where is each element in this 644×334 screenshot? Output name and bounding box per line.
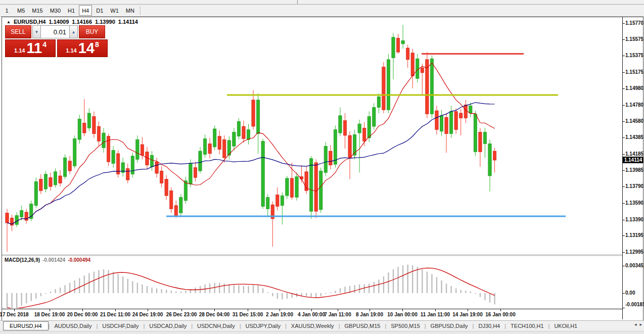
price-tick — [623, 137, 625, 138]
lot-size-input[interactable] — [41, 25, 69, 38]
price-tick-label: 1.13195 — [625, 232, 643, 238]
price-tick-label: 1.14185 — [625, 151, 643, 157]
chart-window: ▲ EURUSD,H4 1.14009 1.14166 1.13990 1.14… — [2, 17, 643, 321]
price-tick-label: 1.13790 — [625, 183, 643, 189]
sell-price-big: 11 — [26, 41, 42, 56]
sell-quote-box[interactable]: 1.14 11 4 — [5, 39, 56, 57]
macd-main-value: -0.001424 — [42, 257, 65, 263]
chart-tab-audusd-daily[interactable]: AUDUSD,Daily — [50, 322, 96, 330]
macd-tick — [623, 293, 625, 294]
price-tick — [623, 170, 625, 171]
time-tick — [148, 309, 148, 311]
chart-ohlc-header: ▲ EURUSD,H4 1.14009 1.14166 1.13990 1.14… — [7, 19, 138, 25]
chart-tab-ukoil-h1[interactable]: UKOil,H1 — [549, 322, 582, 330]
macd-tick-label: 0.003452 — [625, 263, 644, 268]
chart-tab-usdchf-daily[interactable]: USDCHF,Daily — [98, 322, 143, 330]
time-tick — [14, 309, 15, 311]
macd-chart — [2, 256, 622, 308]
chart-symbol-label: EURUSD,H4 — [14, 19, 46, 25]
tab-scroll-arrows: ◂ ▸ — [634, 322, 642, 327]
price-tick-label: 1.13590 — [625, 200, 643, 206]
buy-quote-box[interactable]: 1.14 14 8 — [57, 39, 108, 57]
tab-scroll-right-icon[interactable]: ▸ — [639, 322, 642, 327]
lot-increase-button[interactable]: ▲ — [69, 25, 78, 38]
time-tick-label: 16 Jan 00:00 — [478, 312, 523, 317]
timeframe-toolbar: 1M5M15M30H1H4D1W1MN — [0, 5, 644, 17]
buy-price-prefix: 1.14 — [66, 47, 76, 54]
ohlc-close: 1.14114 — [118, 19, 138, 25]
price-tick — [623, 220, 625, 220]
macd-tick-label: -0.001851 — [625, 302, 644, 307]
time-tick — [435, 309, 436, 311]
macd-panel: MACD(12,26,9)-0.001424-0.000494 — [2, 256, 622, 309]
time-tick — [468, 309, 468, 311]
sell-price-pip: 4 — [42, 40, 47, 49]
price-tick-label: 1.14385 — [625, 134, 643, 140]
chart-tab-usdcad-daily[interactable]: USDCAD,Daily — [145, 322, 191, 330]
macd-signal-value: -0.000494 — [68, 257, 90, 263]
timeframe-button-h4[interactable]: H4 — [79, 5, 92, 16]
price-tick-label: 1.15175 — [625, 69, 643, 75]
toolbar-divider — [297, 0, 298, 4]
timeframe-button-d1[interactable]: D1 — [93, 5, 106, 16]
price-tick — [623, 235, 625, 236]
price-tick-label: 1.14780 — [625, 102, 643, 108]
time-tick — [214, 309, 215, 311]
time-axis: 17 Dec 201818 Dec 19:0020 Dec 00:0021 De… — [2, 309, 622, 319]
chart-expand-icon[interactable]: ▲ — [7, 20, 11, 24]
macd-name: MACD(12,26,9) — [5, 257, 40, 263]
price-tick — [623, 72, 625, 73]
price-tick — [623, 186, 625, 187]
price-tick — [623, 252, 625, 253]
chart-tab-xauusd-weekly[interactable]: XAUUSD,Weekly — [287, 322, 339, 330]
timeframe-button-m5[interactable]: M5 — [14, 5, 28, 16]
spin-up-icon: ▲ — [72, 30, 76, 34]
sell-button[interactable]: SELL — [5, 25, 31, 38]
tab-scroll-left-icon[interactable]: ◂ — [634, 322, 637, 327]
chart-tab-gbpusd-daily[interactable]: GBPUSD,Daily — [426, 322, 473, 330]
time-tick — [82, 309, 83, 311]
price-tick-label: 1.14580 — [625, 118, 643, 124]
buy-button[interactable]: BUY — [79, 25, 105, 38]
lot-decrease-button[interactable]: ▼ — [32, 25, 41, 38]
trade-quotes-row: 1.14 11 4 1.14 14 8 — [5, 39, 109, 57]
macd-tick — [623, 308, 625, 308]
chart-tab-usdjpy-daily[interactable]: USDJPY,Daily — [241, 322, 286, 330]
buy-price-pip: 8 — [95, 40, 99, 49]
chart-tab-eurusd-h4[interactable]: EURUSD,H4 — [3, 321, 49, 330]
chart-tab-sp500-m15[interactable]: SP500,M15 — [386, 322, 424, 330]
status-bar — [0, 331, 644, 334]
timeframe-button-h1[interactable]: H1 — [65, 5, 78, 16]
sell-price-prefix: 1.14 — [14, 47, 25, 54]
price-tick-label: 1.12995 — [625, 249, 643, 255]
one-click-trade-panel: SELL ▼ ▲ BUY 1.14 11 4 1.14 14 8 — [5, 25, 109, 57]
time-tick — [311, 309, 312, 311]
macd-tick — [623, 266, 625, 266]
price-tick — [623, 121, 625, 122]
timeframe-button-m1[interactable]: 1 — [1, 5, 13, 16]
chart-tab-gbpusd-m15[interactable]: GBPUSD,M15 — [340, 322, 385, 330]
timeframe-button-m30[interactable]: M30 — [47, 5, 64, 16]
price-tick — [623, 88, 625, 89]
top-toolbar-strip — [0, 0, 644, 5]
timeframe-button-w1[interactable]: W1 — [107, 5, 122, 16]
chart-tab-dj30-h4[interactable]: DJ30,H4 — [474, 322, 504, 330]
price-tick-label: 1.15575 — [625, 36, 643, 42]
ohlc-open: 1.14009 — [49, 19, 69, 25]
trade-controls-row: SELL ▼ ▲ BUY — [5, 25, 109, 38]
price-tick — [623, 23, 625, 24]
price-tick-label: 1.13390 — [625, 217, 643, 222]
price-tick-label: 1.15770 — [625, 20, 643, 26]
price-tick-label: 1.13985 — [625, 167, 643, 173]
price-tick-label: 1.15375 — [625, 53, 643, 58]
chart-tab-bar: EURUSD,H4|AUDUSD,Daily|USDCHF,Daily|USDC… — [0, 320, 644, 331]
timeframe-button-mn[interactable]: MN — [123, 5, 137, 16]
chart-tab-tech100-h1[interactable]: TECH100,H1 — [506, 322, 548, 330]
time-tick — [402, 309, 403, 311]
chart-tab-usdcnh-daily[interactable]: USDCNH,Daily — [193, 322, 240, 330]
timeframe-button-m15[interactable]: M15 — [29, 5, 45, 16]
time-tick — [370, 309, 370, 311]
time-tick — [500, 309, 501, 311]
price-tick — [623, 56, 625, 56]
trading-terminal: 1M5M15M30H1H4D1W1MN ▲ EURUSD,H4 1.14009 … — [0, 0, 644, 334]
